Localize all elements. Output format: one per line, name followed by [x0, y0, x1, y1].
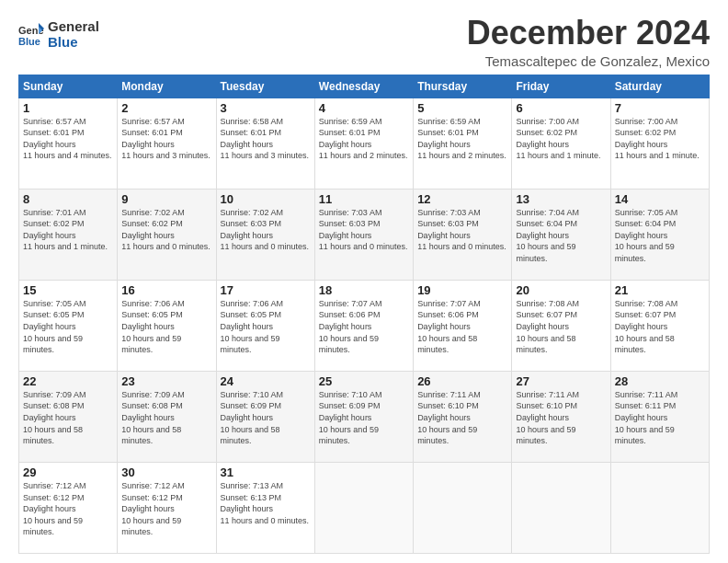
day-info: Sunrise: 7:03 AMSunset: 6:03 PMDaylight …	[417, 208, 506, 252]
day-info: Sunrise: 7:13 AMSunset: 6:13 PMDaylight …	[221, 481, 310, 525]
title-block: December 2024 Temascaltepec de Gonzalez,…	[467, 15, 710, 69]
day-number: 28	[615, 374, 705, 388]
day-number: 21	[615, 283, 705, 297]
table-row: 27 Sunrise: 7:11 AMSunset: 6:10 PMDaylig…	[512, 371, 610, 462]
header: General Blue General Blue December 2024 …	[18, 15, 710, 69]
day-info: Sunrise: 7:11 AMSunset: 6:10 PMDaylight …	[417, 390, 481, 445]
col-tuesday: Tuesday	[216, 75, 314, 98]
day-number: 20	[516, 283, 606, 297]
table-row	[512, 462, 610, 553]
day-number: 13	[516, 192, 606, 206]
table-row: 22 Sunrise: 7:09 AMSunset: 6:08 PMDaylig…	[19, 371, 118, 462]
general-blue-logo-icon: General Blue	[18, 21, 44, 47]
logo-line2: Blue	[48, 34, 99, 50]
calendar-row: 22 Sunrise: 7:09 AMSunset: 6:08 PMDaylig…	[19, 371, 710, 462]
day-info: Sunrise: 7:02 AMSunset: 6:02 PMDaylight …	[121, 208, 210, 252]
day-number: 19	[417, 283, 507, 297]
col-sunday: Sunday	[19, 75, 118, 98]
day-info: Sunrise: 7:05 AMSunset: 6:04 PMDaylight …	[615, 208, 678, 263]
table-row: 17 Sunrise: 7:06 AMSunset: 6:05 PMDaylig…	[216, 280, 314, 371]
day-number: 14	[615, 192, 705, 206]
day-number: 25	[319, 374, 409, 388]
day-info: Sunrise: 7:11 AMSunset: 6:11 PMDaylight …	[615, 390, 678, 445]
day-info: Sunrise: 7:12 AMSunset: 6:12 PMDaylight …	[23, 481, 86, 536]
table-row: 15 Sunrise: 7:05 AMSunset: 6:05 PMDaylig…	[19, 280, 118, 371]
day-info: Sunrise: 7:09 AMSunset: 6:08 PMDaylight …	[23, 390, 86, 445]
calendar-row: 1 Sunrise: 6:57 AMSunset: 6:01 PMDayligh…	[19, 98, 710, 189]
day-number: 16	[121, 283, 211, 297]
table-row	[610, 462, 709, 553]
day-number: 5	[417, 101, 507, 115]
table-row: 10 Sunrise: 7:02 AMSunset: 6:03 PMDaylig…	[216, 189, 314, 280]
col-monday: Monday	[118, 75, 216, 98]
day-number: 26	[417, 374, 507, 388]
day-info: Sunrise: 7:08 AMSunset: 6:07 PMDaylight …	[615, 299, 678, 354]
col-thursday: Thursday	[414, 75, 512, 98]
day-info: Sunrise: 6:59 AMSunset: 6:01 PMDaylight …	[319, 117, 408, 161]
day-number: 24	[221, 374, 311, 388]
day-number: 6	[516, 101, 606, 115]
table-row: 21 Sunrise: 7:08 AMSunset: 6:07 PMDaylig…	[610, 280, 709, 371]
col-wednesday: Wednesday	[314, 75, 413, 98]
table-row: 13 Sunrise: 7:04 AMSunset: 6:04 PMDaylig…	[512, 189, 610, 280]
day-info: Sunrise: 6:57 AMSunset: 6:01 PMDaylight …	[121, 117, 210, 161]
table-row: 6 Sunrise: 7:00 AMSunset: 6:02 PMDayligh…	[512, 98, 610, 189]
day-info: Sunrise: 7:02 AMSunset: 6:03 PMDaylight …	[221, 208, 310, 252]
table-row: 4 Sunrise: 6:59 AMSunset: 6:01 PMDayligh…	[314, 98, 413, 189]
table-row: 29 Sunrise: 7:12 AMSunset: 6:12 PMDaylig…	[19, 462, 118, 553]
day-info: Sunrise: 7:10 AMSunset: 6:09 PMDaylight …	[319, 390, 382, 445]
table-row: 2 Sunrise: 6:57 AMSunset: 6:01 PMDayligh…	[118, 98, 216, 189]
day-info: Sunrise: 7:06 AMSunset: 6:05 PMDaylight …	[121, 299, 185, 354]
table-row: 18 Sunrise: 7:07 AMSunset: 6:06 PMDaylig…	[314, 280, 413, 371]
table-row	[414, 462, 512, 553]
calendar-row: 15 Sunrise: 7:05 AMSunset: 6:05 PMDaylig…	[19, 280, 710, 371]
day-number: 15	[23, 283, 113, 297]
table-row: 11 Sunrise: 7:03 AMSunset: 6:03 PMDaylig…	[314, 189, 413, 280]
table-row: 14 Sunrise: 7:05 AMSunset: 6:04 PMDaylig…	[610, 189, 709, 280]
day-number: 31	[221, 465, 311, 479]
table-row: 5 Sunrise: 6:59 AMSunset: 6:01 PMDayligh…	[414, 98, 512, 189]
table-row: 19 Sunrise: 7:07 AMSunset: 6:06 PMDaylig…	[414, 280, 512, 371]
logo-line1: General	[48, 18, 99, 34]
table-row	[314, 462, 413, 553]
day-number: 23	[121, 374, 211, 388]
day-info: Sunrise: 7:04 AMSunset: 6:04 PMDaylight …	[516, 208, 579, 263]
calendar-table: Sunday Monday Tuesday Wednesday Thursday…	[18, 75, 710, 554]
day-info: Sunrise: 7:08 AMSunset: 6:07 PMDaylight …	[516, 299, 579, 354]
table-row: 24 Sunrise: 7:10 AMSunset: 6:09 PMDaylig…	[216, 371, 314, 462]
day-number: 8	[23, 192, 113, 206]
col-friday: Friday	[512, 75, 610, 98]
day-number: 30	[121, 465, 211, 479]
day-info: Sunrise: 7:07 AMSunset: 6:06 PMDaylight …	[319, 299, 382, 354]
table-row: 8 Sunrise: 7:01 AMSunset: 6:02 PMDayligh…	[19, 189, 118, 280]
location-title: Temascaltepec de Gonzalez, Mexico	[467, 53, 710, 69]
table-row: 9 Sunrise: 7:02 AMSunset: 6:02 PMDayligh…	[118, 189, 216, 280]
day-info: Sunrise: 7:03 AMSunset: 6:03 PMDaylight …	[319, 208, 408, 252]
day-number: 1	[23, 101, 113, 115]
day-info: Sunrise: 6:57 AMSunset: 6:01 PMDaylight …	[23, 117, 112, 161]
day-number: 7	[615, 101, 705, 115]
table-row: 26 Sunrise: 7:11 AMSunset: 6:10 PMDaylig…	[414, 371, 512, 462]
table-row: 23 Sunrise: 7:09 AMSunset: 6:08 PMDaylig…	[118, 371, 216, 462]
day-number: 12	[417, 192, 507, 206]
table-row: 1 Sunrise: 6:57 AMSunset: 6:01 PMDayligh…	[19, 98, 118, 189]
day-number: 3	[221, 101, 311, 115]
day-number: 18	[319, 283, 409, 297]
col-saturday: Saturday	[610, 75, 709, 98]
day-info: Sunrise: 7:07 AMSunset: 6:06 PMDaylight …	[417, 299, 481, 354]
calendar-row: 8 Sunrise: 7:01 AMSunset: 6:02 PMDayligh…	[19, 189, 710, 280]
day-number: 29	[23, 465, 113, 479]
day-info: Sunrise: 7:01 AMSunset: 6:02 PMDaylight …	[23, 208, 108, 252]
day-info: Sunrise: 7:05 AMSunset: 6:05 PMDaylight …	[23, 299, 86, 354]
table-row: 3 Sunrise: 6:58 AMSunset: 6:01 PMDayligh…	[216, 98, 314, 189]
day-number: 17	[221, 283, 311, 297]
day-info: Sunrise: 7:00 AMSunset: 6:02 PMDaylight …	[615, 117, 700, 161]
month-title: December 2024	[467, 15, 710, 52]
day-info: Sunrise: 7:06 AMSunset: 6:05 PMDaylight …	[221, 299, 284, 354]
day-info: Sunrise: 7:09 AMSunset: 6:08 PMDaylight …	[121, 390, 185, 445]
table-row: 7 Sunrise: 7:00 AMSunset: 6:02 PMDayligh…	[610, 98, 709, 189]
page: General Blue General Blue December 2024 …	[0, 0, 728, 563]
day-info: Sunrise: 7:11 AMSunset: 6:10 PMDaylight …	[516, 390, 579, 445]
day-info: Sunrise: 7:12 AMSunset: 6:12 PMDaylight …	[121, 481, 185, 536]
day-info: Sunrise: 7:00 AMSunset: 6:02 PMDaylight …	[516, 117, 600, 161]
